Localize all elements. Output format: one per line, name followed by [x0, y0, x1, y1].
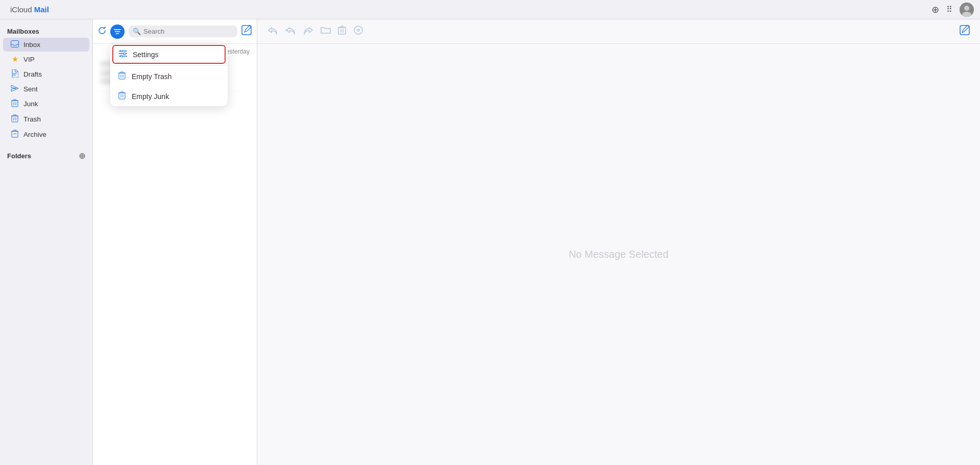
mailboxes-section-header: Mailboxes — [0, 25, 92, 37]
svg-rect-43 — [119, 93, 125, 99]
empty-junk-icon — [117, 91, 127, 101]
junk-icon — [10, 99, 19, 109]
refresh-button[interactable] — [98, 27, 106, 37]
message-list-area: 🔍 — [93, 19, 257, 465]
dropdown-divider-1 — [110, 65, 228, 65]
settings-menu-item[interactable]: Settings — [112, 45, 226, 64]
svg-point-1 — [964, 6, 969, 11]
icloud-prefix: iCloud — [10, 5, 32, 14]
svg-rect-20 — [12, 131, 18, 137]
content-body: No Message Selected — [257, 44, 980, 465]
archive-label: Archive — [23, 131, 46, 138]
sent-label: Sent — [23, 85, 38, 93]
svg-rect-36 — [119, 73, 125, 79]
junk-label: Junk — [23, 100, 38, 108]
empty-trash-icon — [117, 71, 127, 81]
add-icon[interactable]: ⊕ — [932, 4, 939, 15]
empty-trash-label: Empty Trash — [132, 72, 172, 81]
svg-point-35 — [120, 55, 122, 57]
mark-icon[interactable] — [353, 25, 363, 38]
sidebar-item-archive[interactable]: Archive — [3, 127, 89, 142]
svg-point-34 — [124, 53, 126, 55]
trash-label: Trash — [23, 115, 41, 123]
svg-rect-3 — [11, 41, 19, 47]
mailboxes-title: Mailboxes — [7, 28, 39, 35]
mail-title: Mail — [34, 5, 49, 14]
main-layout: Mailboxes Inbox ★ VIP — [0, 19, 980, 465]
trash-icon — [10, 114, 19, 124]
drafts-label: Drafts — [23, 70, 42, 78]
vip-icon: ★ — [10, 55, 19, 64]
top-bar-right: ⊕ ⠿ — [932, 3, 974, 17]
top-bar: iCloud Mail ⊕ ⠿ — [0, 0, 980, 19]
archive-icon — [10, 130, 19, 139]
add-folder-button[interactable]: ⊕ — [79, 151, 85, 161]
sent-icon — [10, 85, 19, 93]
forward-icon[interactable] — [303, 26, 313, 37]
drafts-icon — [10, 69, 19, 79]
sidebar-item-trash[interactable]: Trash — [3, 112, 89, 127]
app-title: iCloud Mail — [10, 5, 49, 14]
inbox-label: Inbox — [23, 41, 40, 48]
svg-point-57 — [354, 26, 362, 34]
filter-button[interactable] — [110, 25, 125, 39]
svg-point-33 — [120, 50, 122, 52]
sidebar-item-sent[interactable]: Sent — [3, 82, 89, 96]
no-message-text: No Message Selected — [569, 249, 669, 260]
svg-rect-6 — [12, 101, 18, 107]
dropdown-overlay: Settings E — [93, 44, 257, 465]
search-icon: 🔍 — [133, 28, 141, 35]
sidebar-item-vip[interactable]: ★ VIP — [3, 52, 89, 66]
app-branding: iCloud Mail — [6, 5, 49, 14]
search-input[interactable] — [143, 28, 233, 35]
content-toolbar — [257, 19, 980, 44]
compose-icon[interactable] — [241, 25, 252, 38]
delete-icon[interactable] — [338, 26, 346, 37]
svg-rect-13 — [12, 116, 18, 122]
svg-point-58 — [357, 29, 359, 31]
svg-rect-50 — [338, 28, 346, 34]
sidebar: Mailboxes Inbox ★ VIP — [0, 19, 93, 465]
reply-all-icon[interactable] — [285, 26, 296, 37]
vip-label: VIP — [23, 56, 35, 63]
svg-rect-29 — [242, 26, 251, 35]
sidebar-item-drafts[interactable]: Drafts — [3, 67, 89, 82]
folder-icon[interactable] — [321, 26, 331, 37]
search-box: 🔍 — [129, 26, 237, 37]
empty-junk-label: Empty Junk — [132, 92, 169, 101]
avatar[interactable] — [960, 3, 974, 17]
grid-icon[interactable]: ⠿ — [946, 5, 952, 14]
sidebar-item-inbox[interactable]: Inbox — [3, 38, 89, 52]
dropdown-menu: Settings E — [110, 44, 228, 106]
sidebar-item-junk[interactable]: Junk — [3, 96, 89, 111]
reply-icon[interactable] — [267, 26, 278, 37]
content-area: No Message Selected — [257, 19, 980, 465]
empty-trash-menu-item[interactable]: Empty Trash — [110, 66, 228, 86]
folders-section-header: Folders ⊕ — [0, 148, 92, 163]
toolbar-right — [960, 25, 970, 38]
folders-title: Folders — [7, 152, 31, 160]
settings-icon — [118, 50, 128, 59]
svg-rect-59 — [960, 26, 969, 35]
message-list-toolbar: 🔍 — [93, 19, 257, 44]
empty-junk-menu-item[interactable]: Empty Junk — [110, 86, 228, 106]
compose-new-icon[interactable] — [960, 27, 970, 37]
inbox-icon — [10, 40, 19, 49]
settings-label: Settings — [133, 51, 159, 59]
